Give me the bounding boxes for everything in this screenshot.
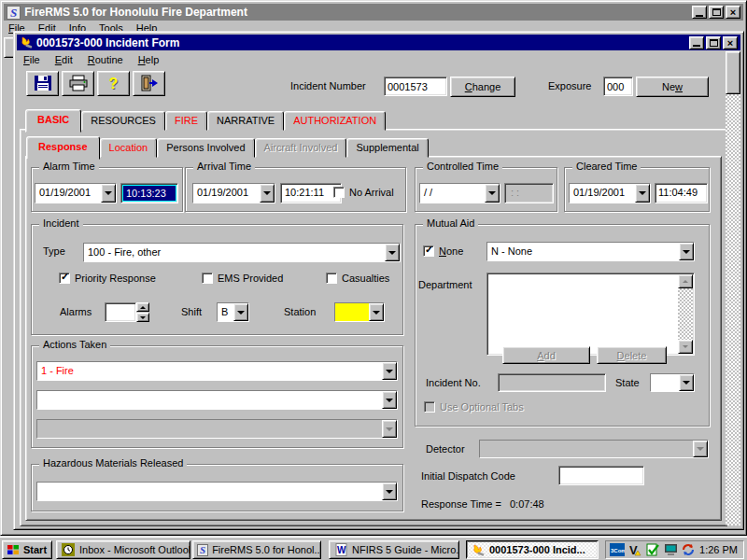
shift-label: Shift <box>181 306 202 317</box>
incident-type-combo[interactable]: 100 - Fire, other <box>83 243 401 262</box>
taskbar: Start Inbox - Microsoft Outlook S FireRM… <box>0 537 747 560</box>
department-scrollbar[interactable] <box>678 274 693 354</box>
exit-button[interactable] <box>133 71 165 96</box>
chevron-down-icon[interactable] <box>260 184 275 203</box>
initial-dispatch-field[interactable] <box>558 466 644 485</box>
green-check-icon[interactable] <box>645 542 660 557</box>
scroll-down-icon <box>678 340 693 354</box>
chevron-down-icon[interactable] <box>635 184 650 203</box>
tab-basic[interactable]: BASIC <box>25 109 81 133</box>
spin-up-icon[interactable] <box>136 302 149 312</box>
flame-icon <box>471 542 486 557</box>
system-tray: 3Com V 1:26 PM <box>605 540 744 559</box>
exposure-field[interactable] <box>603 77 633 96</box>
print-button[interactable] <box>62 71 94 96</box>
menu-edit[interactable]: Edit <box>55 54 73 65</box>
3com-icon[interactable]: 3Com <box>610 542 625 557</box>
spin-down-icon[interactable] <box>136 313 149 322</box>
tab-location[interactable]: Location <box>100 138 158 158</box>
help-icon: ? <box>109 76 119 92</box>
chevron-down-icon[interactable] <box>233 303 248 321</box>
alarm-time-field[interactable]: 10:13:23 <box>120 183 178 203</box>
type-label: Type <box>43 245 65 257</box>
scroll-track[interactable] <box>726 51 740 525</box>
incident-number-field[interactable] <box>384 77 447 96</box>
action1-combo[interactable]: 1 - Fire <box>36 361 398 381</box>
tab-persons-involved[interactable]: Persons Involved <box>157 138 254 158</box>
minimize-icon[interactable] <box>692 6 707 19</box>
response-time-value: 0:07:48 <box>510 498 544 510</box>
antivirus-v-icon[interactable]: V <box>627 542 642 557</box>
sync-arrows-icon[interactable] <box>681 542 696 557</box>
use-optional-tabs-checkbox: Use Optional Tabs <box>424 401 524 413</box>
chevron-down-icon[interactable] <box>382 391 397 409</box>
chevron-down-icon[interactable] <box>485 184 500 203</box>
arrival-date-combo[interactable]: 01/19/2001 <box>192 183 275 203</box>
chevron-down-icon[interactable] <box>382 362 397 380</box>
main-window-titlebar[interactable]: S FireRMS 5.0 for Honolulu Fire Departme… <box>4 4 743 21</box>
alarms-field[interactable] <box>105 302 136 322</box>
help-button[interactable]: ? <box>97 71 130 96</box>
state-label: State <box>615 377 640 388</box>
scroll-thumb[interactable] <box>726 51 740 94</box>
incident-form-window: 0001573-000 Incident Form × File Edit Ro… <box>13 31 744 530</box>
chevron-down-icon[interactable] <box>679 243 694 260</box>
tab-narrative[interactable]: NARRATIVE <box>207 111 284 131</box>
alarm-date-combo[interactable]: 01/19/2001 <box>35 183 117 203</box>
maximize-icon[interactable] <box>709 6 724 19</box>
taskbar-clock[interactable]: 1:26 PM <box>699 544 738 555</box>
display-icon[interactable] <box>663 542 678 557</box>
firerms-s-icon: S <box>197 544 208 556</box>
form-menubar: File Edit Routine Help <box>23 54 159 65</box>
tab-resources[interactable]: RESOURCES <box>81 111 165 131</box>
taskbar-item-outlook[interactable]: Inbox - Microsoft Outlook <box>56 540 190 559</box>
chevron-down-icon[interactable] <box>382 483 397 500</box>
mutual-aid-none-checkbox[interactable]: None <box>423 245 463 257</box>
shift-combo[interactable]: B <box>217 302 249 322</box>
chevron-down-icon[interactable] <box>369 303 384 321</box>
minimize-icon[interactable] <box>689 36 704 49</box>
desktop: { "colors": { "chrome": "#c0c0c0", "acti… <box>0 0 747 560</box>
alarms-spinner[interactable] <box>136 302 149 322</box>
cleared-date-combo[interactable]: 01/19/2001 <box>569 183 651 203</box>
chevron-down-icon[interactable] <box>101 184 116 203</box>
state-combo[interactable] <box>650 373 695 392</box>
taskbar-item-incident-form[interactable]: 0001573-000 Incid... <box>466 540 599 559</box>
close-icon[interactable]: × <box>723 36 738 49</box>
maximize-icon[interactable] <box>706 36 721 49</box>
menu-file[interactable]: File <box>23 54 40 65</box>
form-titlebar[interactable]: 0001573-000 Incident Form × <box>17 35 740 50</box>
casualties-checkbox[interactable]: Casualties <box>326 273 389 284</box>
scroll-up-icon <box>678 274 693 288</box>
department-listbox[interactable] <box>486 273 695 356</box>
cleared-time-field[interactable]: 11:04:49 <box>655 183 708 203</box>
hazmat-combo[interactable] <box>36 482 398 501</box>
taskbar-item-firerms[interactable]: S FireRMS 5.0 for Honol... <box>192 540 321 559</box>
exit-door-icon <box>139 75 160 93</box>
tab-fire[interactable]: FIRE <box>165 111 207 131</box>
tab-response[interactable]: Response <box>26 136 100 160</box>
close-icon[interactable]: × <box>726 6 740 19</box>
new-button[interactable]: New <box>636 77 709 97</box>
change-button[interactable]: Change <box>450 77 515 97</box>
tab-supplemental[interactable]: Supplemental <box>346 138 428 158</box>
priority-response-checkbox[interactable]: Priority Response <box>59 273 156 284</box>
form-scrollbar[interactable] <box>726 51 740 525</box>
chevron-down-icon[interactable] <box>679 374 694 391</box>
menu-routine[interactable]: Routine <box>88 54 123 65</box>
main-window-title: FireRMS 5.0 for Honolulu Fire Department <box>24 6 688 19</box>
taskbar-item-nfirs[interactable]: W NFIRS 5 Guide - Micro... <box>329 540 459 559</box>
ems-provided-checkbox[interactable]: EMS Provided <box>202 273 283 284</box>
menu-help[interactable]: Help <box>138 54 160 65</box>
action2-combo[interactable] <box>36 390 398 410</box>
chevron-down-icon[interactable] <box>385 244 400 261</box>
svg-text:3Com: 3Com <box>611 548 625 553</box>
no-arrival-checkbox[interactable]: No Arrival <box>333 187 394 198</box>
tab-authorization[interactable]: AUTHORIZATION <box>284 111 386 131</box>
mutual-aid-combo[interactable]: N - None <box>486 242 695 261</box>
controlled-date-combo[interactable]: / / <box>419 183 500 203</box>
station-combo[interactable] <box>334 302 385 322</box>
save-button[interactable] <box>26 71 59 96</box>
start-button[interactable]: Start <box>2 540 52 559</box>
station-label: Station <box>284 306 316 317</box>
